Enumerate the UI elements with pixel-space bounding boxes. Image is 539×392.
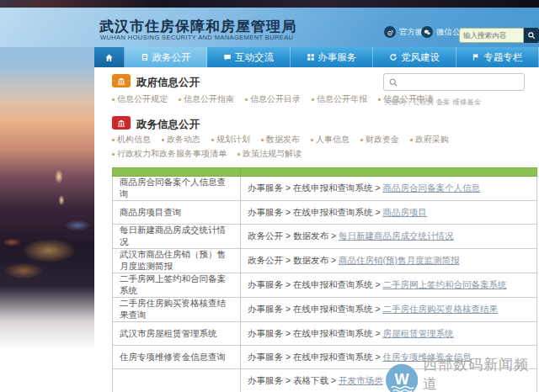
table-header-cell [241,168,537,177]
bullet-icon [360,139,363,141]
service-breadcrumb: 办事服务 > 在线申报和查询系统 > [248,304,382,314]
nav-tab-label: 办事服务 [318,51,357,64]
service-name-cell [113,369,241,392]
section-search-box [383,73,525,91]
service-breadcrumb: 办事服务 > 在线申报和查询系统 > [248,352,382,362]
section-search-input[interactable] [398,75,524,89]
header-search [459,28,539,43]
section-link-label: 人事信息 [316,134,350,146]
service-link[interactable]: 商品住房销(预)售月度监测简报 [339,255,460,265]
section-link[interactable]: 行政权力和政务服务事项清单 [112,148,227,160]
affairs-building-icon [112,116,131,130]
bullet-icon [112,153,115,156]
weibo-icon [384,26,396,38]
section-link-label: 政府采购 [415,134,449,146]
bullet-icon [311,139,313,141]
section-link-label: 信息公开规定 [117,93,168,105]
nav-tab-home[interactable] [94,47,125,67]
service-link[interactable]: 二手房网上签约和合同备案系统 [382,279,506,289]
service-breadcrumb: 政务公开 > 数据发布 > [248,230,339,241]
service-link[interactable]: 每日新建商品房成交统计情况 [339,230,454,241]
bullet-icon [237,153,240,156]
service-breadcrumb: 办事服务 > 表格下载 > [248,375,339,385]
table-header-cell [113,168,241,177]
section-link[interactable]: 政府采购 [410,134,449,146]
section-link-label: 信息公开指南 [184,93,234,105]
table-row: 商品房合同备案个人信息查询办事服务 > 在线申报和查询系统 > 商品房合同备案个… [113,177,537,201]
service-path-cell: 政务公开 > 数据发布 > 每日新建商品房成交统计情况 [241,225,537,249]
section-link-label: 财政资金 [366,134,399,146]
flag-icon [472,53,480,61]
section-link[interactable]: 人事信息 [311,134,350,146]
service-link[interactable]: 商品房项目 [382,207,427,217]
bullet-icon [112,98,115,101]
gov-building-icon [112,74,131,87]
site-subtitle: WUHAN HOUSING SECURITY AND MANAGEMENT BU… [100,34,293,41]
grid-icon [307,53,315,61]
nav-tab-gov-open[interactable]: 政务公开 [125,47,207,67]
gov-info-title: 政府信息公开 [136,76,200,90]
section-link[interactable]: 信息公开指南 [179,93,234,105]
service-link[interactable]: 商品房合同备案个人信息 [382,183,480,193]
table-row: 武汉市房屋租赁管理系统办事服务 > 在线申报和查询系统 > 房屋租赁管理系统 [113,322,537,346]
nav-tab-special-topics[interactable]: 专题专栏 [456,47,539,67]
affairs-info-links-row2: 行政权力和政务服务事项清单政策法规与解读 [112,148,302,160]
section-link-label: 信息公开年报 [317,93,367,105]
nav-tab-interaction[interactable]: 互动交流 [207,47,290,67]
service-breadcrumb: 办事服务 > 在线申报和查询系统 > [248,183,382,193]
section-link[interactable]: 规划计划 [211,134,250,146]
affairs-info-links-row1: 机构信息政务动态规划计划数据发布人事信息财政资金政府采购 [112,134,449,146]
chat-icon [223,53,232,61]
service-link[interactable]: 房屋租赁管理系统 [382,328,453,338]
search-icon [388,77,398,87]
service-name-cell: 每日新建商品房成交统计情况 [113,225,241,249]
service-name-cell: 武汉市商品住房销（预）售月度监测简报 [113,249,241,273]
section-link-label: 信息公开目录 [250,93,301,105]
section-link-label: 行政权力和政务服务事项清单 [117,148,227,160]
section-link[interactable]: 数据发布 [261,134,300,146]
section-link[interactable]: 财政资金 [360,134,399,146]
city-skyline-photo [0,0,94,392]
table-row: 二手房住房购买资格核查结果查询办事服务 > 在线申报和查询系统 > 二手房住房购… [113,298,537,322]
nav-tab-services[interactable]: 办事服务 [291,47,373,67]
refresh-icon [389,53,398,61]
table-row: 武汉市商品住房销（预）售月度监测简报政务公开 > 数据发布 > 商品住房销(预)… [113,249,537,273]
service-link[interactable]: 二手房住房购买资格核查结果 [382,304,498,314]
section-link-label: 政务动态 [167,134,200,146]
section-link-label: 数据发布 [266,134,300,146]
svg-text:W: W [395,371,410,388]
section-link-label: 机构信息 [117,134,151,146]
content-panel: 政府信息公开 信息公开规定信息公开指南信息公开目录信息公开年报信息公开申请 关键… [94,67,539,392]
bullet-icon [312,98,314,101]
home-icon [104,53,114,62]
section-link[interactable]: 信息公开年报 [312,93,367,105]
service-name-cell: 武汉市房屋租赁管理系统 [113,322,241,346]
bullet-icon [410,139,413,141]
top-banner-strip [0,0,539,8]
section-link[interactable]: 政务动态 [162,134,200,146]
nav-tab-label: 专题专栏 [483,51,522,64]
service-path-cell: 办事服务 > 在线申报和查询系统 > 商品房合同备案个人信息 [241,177,537,201]
bullet-icon [211,139,214,141]
section-link[interactable]: 机构信息 [112,134,151,146]
section-link[interactable]: 政策法规与解读 [237,148,302,160]
section-link[interactable]: 信息公开目录 [245,93,301,105]
section-link[interactable]: 信息公开规定 [112,93,168,105]
table-row: 二手房网上签约和合同备案系统办事服务 > 在线申报和查询系统 > 二手房网上签约… [113,273,537,298]
bullet-icon [112,139,115,141]
header-search-input[interactable] [459,28,524,43]
watermark-brand: 西部数码新闻频道 [423,355,539,392]
doc-icon [141,53,149,61]
bullet-icon [261,139,264,141]
table-header-row [113,168,537,177]
header-search-button[interactable] [524,28,539,43]
service-breadcrumb: 办事服务 > 在线申报和查询系统 > [248,328,382,338]
bullet-icon [179,98,181,101]
bullet-icon [162,139,164,141]
section-link-label: 规划计划 [216,134,250,146]
nav-tab-party-building[interactable]: 党风建设 [373,47,456,67]
service-name-cell: 商品房项目查询 [113,201,241,225]
service-name-cell: 商品房合同备案个人信息查询 [113,177,241,201]
wechat-icon [421,26,433,38]
service-link[interactable]: 开发市场类 [339,375,383,385]
